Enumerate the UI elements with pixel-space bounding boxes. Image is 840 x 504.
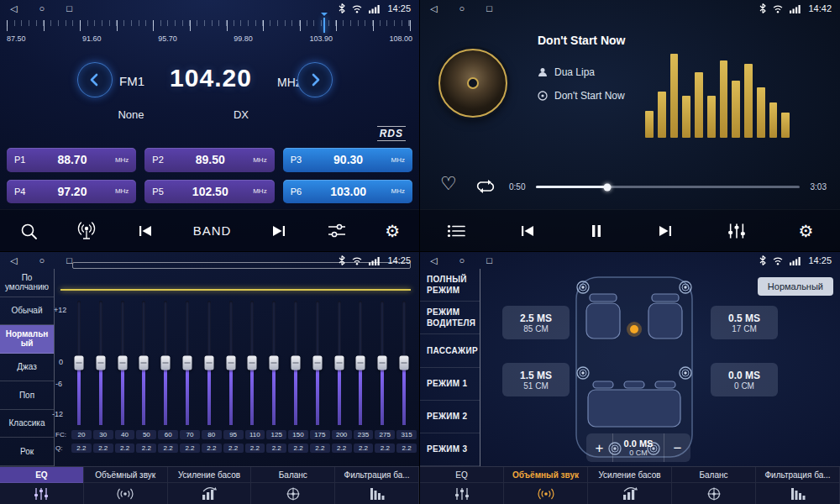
back-icon[interactable]: ◁ — [10, 256, 17, 265]
pause-button[interactable] — [590, 223, 603, 239]
eq-band-slider[interactable] — [267, 301, 281, 425]
back-icon[interactable]: ◁ — [430, 4, 437, 13]
tab-surround[interactable]: Объёмный звук — [504, 467, 588, 504]
mode-driver[interactable]: РЕЖИМ ВОДИТЕЛЯ — [420, 302, 480, 334]
home-icon[interactable]: ○ — [39, 4, 45, 13]
seek-down-button[interactable] — [77, 62, 113, 97]
tab-balance[interactable]: Баланс — [672, 467, 756, 504]
settings-button[interactable]: ⚙ — [799, 223, 814, 239]
slider-handle[interactable] — [118, 356, 127, 370]
tuner-options-button[interactable] — [327, 223, 347, 239]
tab-filter[interactable]: Фильтрация ба... — [335, 467, 419, 504]
eq-band-slider[interactable] — [181, 301, 194, 425]
eq-band-slider[interactable] — [224, 301, 238, 425]
next-station-button[interactable] — [270, 223, 288, 239]
delay-rear-left[interactable]: 1.5 MS 51 CM — [502, 363, 570, 396]
mode-1[interactable]: РЕЖИМ 1 — [420, 368, 480, 401]
slider-handle[interactable] — [75, 356, 84, 370]
progress-knob[interactable] — [603, 183, 611, 191]
preset-button-p2[interactable]: P289.50MHz — [144, 148, 274, 172]
eq-preset-rock[interactable]: Рок — [0, 438, 54, 466]
recents-icon[interactable]: □ — [66, 256, 72, 265]
eq-band-slider[interactable] — [333, 301, 346, 425]
tuner-scale[interactable]: 87.50 91.60 95.70 99.80 103.90 108.00 — [7, 20, 412, 50]
slider-handle[interactable] — [334, 356, 344, 370]
tab-bass-boost[interactable]: Усиление басов — [168, 467, 252, 504]
slider-handle[interactable] — [161, 356, 171, 370]
delay-front-right[interactable]: 0.5 MS 17 CM — [711, 306, 778, 339]
prev-station-button[interactable] — [136, 223, 155, 239]
delay-rear-right[interactable]: 0.0 MS 0 CM — [711, 363, 778, 396]
tab-surround[interactable]: Объёмный звук — [84, 467, 168, 504]
next-track-button[interactable] — [656, 223, 675, 239]
eq-preset-custom[interactable]: Обычай — [0, 297, 54, 326]
dx-mode-label[interactable]: DX — [222, 108, 260, 121]
playlist-button[interactable] — [447, 224, 465, 238]
search-button[interactable] — [19, 222, 38, 240]
eq-preset-pop[interactable]: Поп — [0, 381, 54, 410]
back-icon[interactable]: ◁ — [10, 4, 17, 13]
eq-band-slider[interactable] — [289, 301, 302, 425]
eq-band-slider[interactable] — [159, 301, 172, 425]
prev-track-button[interactable] — [518, 223, 537, 239]
eq-band-slider[interactable] — [94, 301, 108, 425]
eq-band-slider[interactable] — [311, 301, 324, 425]
tab-filter[interactable]: Фильтрация ба... — [756, 467, 840, 504]
tuner-pointer[interactable] — [323, 18, 325, 33]
slider-handle[interactable] — [248, 356, 257, 370]
delay-increase-button[interactable]: + — [586, 433, 613, 462]
slider-handle[interactable] — [182, 356, 192, 370]
favorite-button[interactable]: ♡ — [440, 175, 457, 193]
eq-band-slider[interactable] — [116, 301, 129, 425]
home-icon[interactable]: ○ — [459, 4, 465, 13]
slider-handle[interactable] — [139, 356, 149, 370]
eq-preset-normal[interactable]: Нормальный — [0, 325, 54, 354]
eq-band-slider[interactable] — [397, 301, 411, 425]
tab-eq[interactable]: EQ — [0, 467, 84, 504]
eq-band-slider[interactable] — [72, 301, 86, 425]
preset-button-p4[interactable]: P497.20MHz — [7, 180, 136, 204]
preset-button-p6[interactable]: P6103.00MHz — [283, 180, 412, 204]
eq-preset-classic[interactable]: Классика — [0, 410, 54, 438]
recents-icon[interactable]: □ — [486, 256, 492, 265]
tab-balance[interactable]: Баланс — [251, 467, 335, 504]
slider-handle[interactable] — [226, 356, 235, 370]
eq-band-slider[interactable] — [375, 301, 389, 425]
eq-band-slider[interactable] — [245, 301, 259, 425]
slider-handle[interactable] — [378, 356, 387, 370]
back-icon[interactable]: ◁ — [430, 256, 437, 265]
eq-band-slider[interactable] — [202, 301, 216, 425]
tab-eq[interactable]: EQ — [420, 467, 504, 504]
preset-button-p5[interactable]: P5102.50MHz — [144, 180, 274, 204]
mode-2[interactable]: РЕЖИМ 2 — [420, 401, 480, 433]
preset-button-p3[interactable]: P390.30MHz — [283, 148, 412, 172]
settings-button[interactable]: ⚙ — [385, 223, 400, 239]
progress-bar[interactable] — [536, 186, 800, 188]
mode-3[interactable]: РЕЖИМ 3 — [420, 433, 480, 466]
slider-handle[interactable] — [356, 356, 365, 370]
mode-passenger[interactable]: ПАССАЖИР — [420, 334, 480, 367]
equalizer-button[interactable] — [727, 223, 746, 239]
slider-handle[interactable] — [312, 356, 322, 370]
band-button[interactable]: BAND — [193, 223, 232, 238]
slider-handle[interactable] — [270, 356, 279, 370]
recents-icon[interactable]: □ — [486, 4, 492, 13]
preset-button-p1[interactable]: P188.70MHz — [7, 148, 136, 172]
slider-handle[interactable] — [204, 356, 213, 370]
home-icon[interactable]: ○ — [459, 256, 465, 265]
slider-handle[interactable] — [399, 356, 408, 370]
auto-scan-button[interactable] — [76, 222, 97, 240]
eq-band-slider[interactable] — [354, 301, 367, 425]
delay-front-left[interactable]: 2.5 MS 85 CM — [502, 306, 570, 339]
slider-handle[interactable] — [291, 356, 300, 370]
eq-preset-default[interactable]: По умолчанию — [0, 269, 54, 297]
slider-handle[interactable] — [96, 356, 105, 370]
seek-up-button[interactable] — [297, 62, 333, 97]
mode-full[interactable]: ПОЛНЫЙ РЕЖИМ — [420, 269, 480, 302]
sound-preset-button[interactable]: Нормальный — [758, 277, 833, 296]
delay-decrease-button[interactable]: − — [664, 433, 690, 462]
recents-icon[interactable]: □ — [66, 4, 72, 13]
eq-band-slider[interactable] — [137, 301, 150, 425]
album-art[interactable] — [438, 49, 507, 118]
home-icon[interactable]: ○ — [39, 256, 45, 265]
